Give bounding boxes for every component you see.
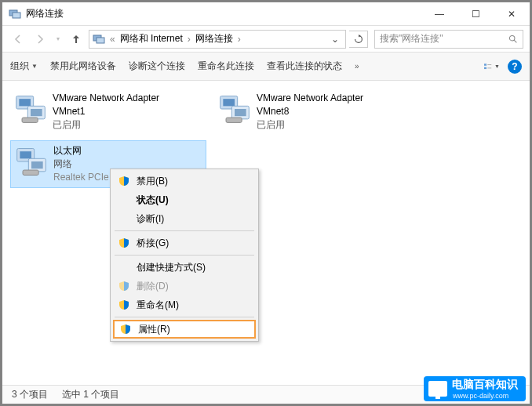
help-button[interactable]: ? (508, 60, 522, 74)
adapter-name: 以太网 (53, 144, 195, 158)
folder-icon (93, 33, 105, 45)
disable-device-button[interactable]: 禁用此网络设备 (50, 60, 116, 73)
view-options-button[interactable]: ▼ (484, 59, 500, 74)
svg-line-5 (514, 40, 516, 42)
menu-separator (115, 255, 254, 256)
adapter-item-vmnet1[interactable]: VMware Network Adapter VMnet1 已启用 (10, 89, 206, 134)
menu-delete[interactable]: 删除(D) (113, 277, 256, 295)
close-button[interactable]: ✕ (494, 2, 530, 26)
overflow-chevron-icon[interactable]: » (355, 62, 359, 71)
address-dropdown-icon[interactable]: ⌄ (328, 34, 342, 45)
watermark-text: 电脑百科知识 (452, 378, 518, 392)
network-adapter-icon (217, 92, 252, 126)
breadcrumb-chevron-icon[interactable]: › (236, 34, 242, 45)
shield-icon (118, 281, 129, 292)
shield-icon (118, 299, 129, 310)
menu-status[interactable]: 状态(U) (113, 190, 256, 209)
menu-disable[interactable]: 禁用(B) (113, 172, 256, 190)
svg-rect-14 (22, 118, 38, 122)
network-adapter-icon (13, 92, 48, 126)
menu-separator (115, 230, 254, 231)
refresh-button[interactable] (349, 31, 368, 48)
organize-menu[interactable]: 组织▼ (10, 60, 38, 73)
svg-rect-16 (223, 99, 235, 106)
navigation-bar: ▾ « 网络和 Internet › 网络连接 › ⌄ 搜索"网络连接" (2, 26, 530, 53)
monitor-icon (428, 381, 447, 397)
breadcrumb-chevron-icon[interactable]: › (186, 34, 192, 45)
window-title: 网络连接 (26, 7, 421, 20)
content-area: VMware Network Adapter VMnet1 已启用 VMware… (2, 81, 530, 385)
svg-rect-24 (23, 170, 38, 175)
recent-button[interactable]: ▾ (53, 30, 64, 49)
network-connections-icon (9, 8, 21, 20)
menu-shortcut[interactable]: 创建快捷方式(S) (113, 258, 256, 277)
menu-bridge[interactable]: 桥接(G) (113, 234, 256, 252)
menu-diagnose[interactable]: 诊断(I) (113, 209, 256, 228)
svg-rect-23 (31, 161, 43, 169)
minimize-button[interactable]: — (421, 2, 457, 26)
watermark-url: www.pc-daily.com (453, 392, 518, 400)
svg-rect-3 (97, 38, 104, 43)
svg-rect-19 (226, 118, 242, 122)
search-icon (508, 34, 518, 44)
titlebar: 网络连接 — ☐ ✕ (2, 2, 530, 26)
view-status-button[interactable]: 查看此连接的状态 (267, 60, 342, 73)
svg-rect-1 (13, 13, 20, 18)
search-input[interactable]: 搜索"网络连接" (374, 30, 523, 49)
up-button[interactable] (67, 30, 86, 49)
adapter-subname: VMnet8 (257, 105, 363, 118)
chevron-down-icon: ▼ (31, 63, 38, 70)
menu-separator (115, 317, 254, 317)
svg-rect-11 (19, 99, 31, 106)
diagnose-button[interactable]: 诊断这个连接 (129, 60, 185, 73)
svg-rect-13 (31, 109, 42, 116)
shield-icon (120, 324, 131, 335)
adapter-status: 已启用 (257, 118, 363, 132)
breadcrumb-item[interactable]: 网络和 Internet (120, 32, 183, 45)
context-menu: 禁用(B) 状态(U) 诊断(I) 桥接(G) 创建快捷方式(S) 删除(D) … (110, 169, 259, 342)
breadcrumb-sep: « (108, 34, 117, 45)
back-button[interactable] (9, 30, 27, 49)
maximize-button[interactable]: ☐ (457, 2, 494, 26)
address-bar[interactable]: « 网络和 Internet › 网络连接 › ⌄ (89, 30, 346, 49)
menu-rename[interactable]: 重命名(M) (113, 295, 256, 314)
svg-rect-6 (484, 63, 486, 65)
search-placeholder: 搜索"网络连接" (380, 32, 443, 45)
status-selected-count: 选中 1 个项目 (62, 388, 119, 401)
adapter-status: 已启用 (53, 118, 159, 132)
window-controls: — ☐ ✕ (421, 2, 530, 26)
adapter-name: VMware Network Adapter (53, 92, 159, 105)
adapter-item-vmnet8[interactable]: VMware Network Adapter VMnet8 已启用 (214, 89, 410, 134)
adapter-subname: VMnet1 (53, 105, 159, 118)
explorer-window: 网络连接 — ☐ ✕ ▾ « 网络和 Internet › 网络连接 › ⌄ (2, 2, 530, 404)
svg-rect-18 (235, 109, 246, 116)
svg-point-4 (509, 35, 515, 41)
status-item-count: 3 个项目 (12, 388, 48, 401)
menu-properties[interactable]: 属性(R) (113, 320, 256, 339)
shield-icon (118, 237, 129, 248)
command-bar: 组织▼ 禁用此网络设备 诊断这个连接 重命名此连接 查看此连接的状态 » ▼ ? (2, 53, 530, 81)
forward-button[interactable] (31, 30, 49, 49)
rename-button[interactable]: 重命名此连接 (198, 60, 254, 73)
adapter-name: VMware Network Adapter (257, 92, 363, 105)
svg-rect-21 (20, 152, 31, 159)
breadcrumb-item[interactable]: 网络连接 (195, 32, 233, 45)
watermark: 电脑百科知识 www.pc-daily.com (424, 376, 526, 401)
network-adapter-icon (14, 144, 49, 179)
shield-icon (118, 176, 129, 187)
svg-rect-7 (484, 67, 486, 68)
